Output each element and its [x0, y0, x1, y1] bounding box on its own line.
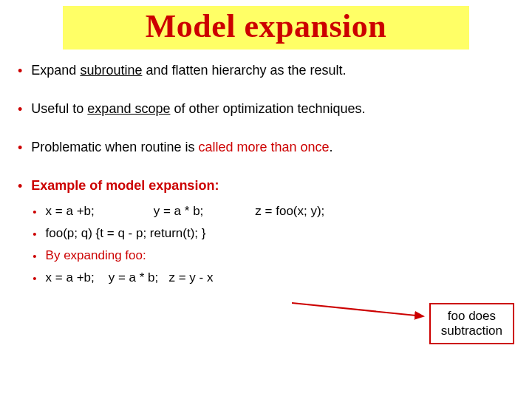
code-line-2: foo(p; q) {t = q - p; return(t); }: [46, 226, 206, 241]
main-bullet-list: • Expand subroutine and flatten hierarch…: [0, 63, 532, 293]
bullet-icon: •: [33, 250, 36, 262]
sub-item-2: • foo(p; q) {t = q - p; return(t); }: [33, 226, 510, 241]
callout-box: foo does subtraction: [429, 303, 514, 344]
bullet-text-3: Problematic when routine is called more …: [31, 140, 510, 155]
sub-item-4: • x = a +b; y = a * b; z = y - x: [33, 270, 510, 285]
bullet-item-2: • Useful to expand scope of other optimi…: [18, 101, 510, 117]
sub-item-3: • By expanding foo:: [33, 248, 510, 263]
text-fragment: Expand: [31, 63, 80, 78]
bullet-icon: •: [18, 64, 22, 79]
code-fragment: x = a +b;: [46, 270, 95, 284]
text-called-more: called more than once: [198, 140, 329, 154]
text-fragment: Useful to: [31, 101, 87, 116]
sub-item-1: • x = a +b;y = a * b;z = foo(x; y);: [33, 204, 510, 219]
bullet-item-1: • Expand subroutine and flatten hierarch…: [18, 63, 510, 79]
arrow-icon: [292, 300, 432, 322]
slide-title: Model expansion: [70, 7, 462, 45]
bullet-text-1: Expand subroutine and flatten hierarchy …: [31, 63, 510, 78]
code-fragment: y = a * b;: [109, 270, 159, 284]
bullet-icon: •: [33, 205, 36, 218]
text-subroutine: subroutine: [80, 63, 142, 78]
bullet-icon: •: [18, 140, 22, 156]
text-fragment: of other optimization techniques.: [170, 101, 365, 116]
text-by-expanding: By expanding foo:: [46, 248, 146, 263]
bullet-icon: •: [18, 102, 22, 117]
text-expand-scope: expand scope: [87, 101, 170, 116]
bullet-item-4: • Example of model expansion: • x = a +b…: [18, 178, 510, 293]
bullet-icon: •: [18, 179, 22, 194]
code-line-4: x = a +b; y = a * b; z = y - x: [46, 270, 214, 285]
text-fragment: By expanding foo:: [46, 248, 146, 262]
text-fragment: and flatten hierarchy as the result.: [142, 63, 346, 78]
callout-line-2: subtraction: [441, 324, 502, 338]
callout-line-1: foo does: [441, 309, 502, 324]
text-fragment: Problematic when routine is: [31, 140, 198, 154]
bullet-text-4: Example of model expansion: • x = a +b;y…: [31, 178, 510, 293]
sub-bullet-list: • x = a +b;y = a * b;z = foo(x; y); • fo…: [33, 204, 510, 285]
bullet-item-3: • Problematic when routine is called mor…: [18, 140, 510, 156]
code-fragment: z = y - x: [168, 270, 213, 284]
code-fragment: y = a * b;: [154, 204, 204, 218]
code-fragment: z = foo(x; y);: [255, 204, 324, 218]
svg-line-0: [292, 303, 423, 316]
code-fragment: foo(p; q) {t = q - p; return(t); }: [46, 226, 206, 240]
title-banner: Model expansion: [63, 6, 469, 50]
code-fragment: x = a +b;: [46, 204, 95, 218]
bullet-text-2: Useful to expand scope of other optimiza…: [31, 101, 510, 117]
code-line-1: x = a +b;y = a * b;z = foo(x; y);: [46, 204, 325, 219]
text-example-heading: Example of model expansion:: [31, 178, 219, 193]
bullet-icon: •: [33, 228, 36, 240]
bullet-icon: •: [33, 272, 36, 284]
text-fragment: .: [330, 140, 333, 154]
